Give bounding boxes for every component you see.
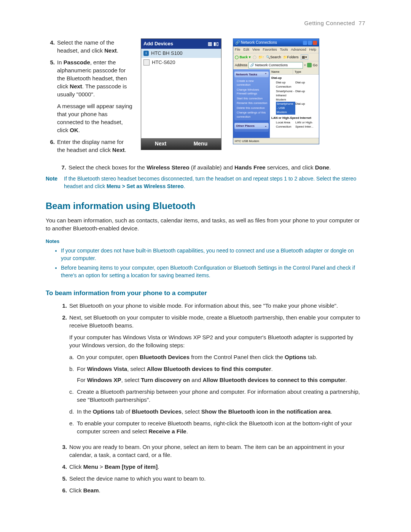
back-button[interactable]: ◯ Back ▾ [235,55,251,60]
step-6: 6. Enter the display name for the headse… [46,138,133,154]
notes-label: Notes [46,238,365,245]
minimize-button[interactable] [303,41,307,45]
device-item[interactable]: HTC-S620 [141,58,221,67]
substep-a: a.On your computer, open Bluetooth Devic… [69,353,365,361]
sidebar-delete-connection[interactable]: Delete this connection [234,106,269,111]
menu-favorites[interactable]: Favorites [263,47,277,52]
device-name: HTC BH S100 [151,50,182,57]
step-number: 6. [46,138,55,154]
note-item: If your computer does not have built-in … [61,247,365,262]
close-button[interactable] [313,41,317,45]
address-label: Address [235,63,247,68]
beam-step-3: 3. Now you are ready to beam. On your ph… [57,443,365,459]
battery-icon: ▥ [208,41,212,47]
step-5: 5. In Passcode, enter the alphanumeric p… [46,58,133,134]
page-header: Getting Connected 77 [46,19,365,27]
subsection-heading: To beam information from your phone to a… [46,289,365,298]
step-4: 4. Select the name of the headset, and c… [46,38,133,54]
xp-window-title: 🔗 Network Connections [235,40,277,45]
group-dialup: Dial-up [270,75,319,80]
sidebar-start-connection[interactable]: Start this connection [234,96,269,101]
menu-file[interactable]: File [235,47,241,52]
beam-step-5: 5. Select the device name to which you w… [57,474,365,482]
sidebar-create-connection[interactable]: Create a new connection [234,79,269,88]
page-number: 77 [358,20,365,26]
go-button[interactable] [307,63,312,67]
column-type[interactable]: Type [293,69,319,74]
menu-edit[interactable]: Edit [244,47,250,52]
step-number: 5. [46,58,55,134]
section-intro: You can beam information, such as contac… [46,216,365,232]
address-field[interactable]: 🔗 Network Connections [249,62,303,69]
beam-step-4: 4. Click Menu > Beam [type of item]. [57,463,365,471]
softkey-next[interactable]: Next [155,140,166,148]
sidebar-rename-connection[interactable]: Rename this connection [234,101,269,106]
step-number: 4. [46,38,55,54]
group-lan: LAN or High-Speed Internet [270,115,319,120]
xp-menubar: File Edit View Favorites Tools Advanced … [233,46,319,53]
maximize-button[interactable] [308,41,312,45]
go-label: Go [313,63,317,68]
phone-status-icons: ▥ ▮▯ [208,41,219,47]
beam-step-6: 6. Click Beam. [57,486,365,494]
device-name: HTC-S620 [152,59,175,66]
connection-row-selected[interactable]: Smartphone - USB ModemDial-up [270,102,319,115]
notes-list: If your computer does not have built-in … [61,247,365,279]
beam-step-2: 2. Next, set Bluetooth on your computer … [57,313,365,439]
connection-row[interactable]: Dial-up ConnectionDial-up [270,80,319,89]
step-number: 7. [57,163,66,171]
menu-help[interactable]: Help [309,47,316,52]
xp-screenshot: 🔗 Network Connections File Edit View Fav… [233,38,319,144]
section-heading: Beam information using Bluetooth [46,200,365,212]
forward-button[interactable]: ◯ [253,55,256,60]
phone-screenshot: Add Devices ▥ ▮▯ ᚼ HTC BH S100 HTC-S620 [141,38,221,150]
sidebar-firewall[interactable]: Change Windows Firewall settings [234,88,269,96]
note-item: Before beaming items to your computer, o… [61,264,365,279]
device-icon [143,59,150,66]
softkey-menu[interactable]: Menu [194,140,208,148]
note-label: Note [46,175,64,190]
substep-c: c.Create a Bluetooth partnership between… [69,388,365,404]
sidebar-header-other-places[interactable]: Other Places⌄ [234,123,269,129]
folders-button[interactable]: 📁Folders [283,55,299,60]
xp-statusbar: HTC USB Modem [233,138,319,144]
views-button[interactable]: ▦▾ [301,54,308,60]
search-button[interactable]: 🔍Search [266,55,281,60]
column-name[interactable]: Name [270,69,293,74]
connection-row[interactable]: Local Area ConnectionLAN or High-Speed I… [270,120,319,129]
phone-window-title: Add Devices [143,40,173,47]
substep-e: e.To enable your computer to receive Blu… [69,419,365,435]
section-name: Getting Connected [304,20,355,26]
substep-d: d.In the Options tab of Bluetooth Device… [69,407,365,415]
connection-row[interactable]: Smartphone - Infrared ModemDial-up [270,89,319,102]
note-block: Note If the Bluetooth stereo headset bec… [46,175,365,190]
substep-b: b. For Windows Vista, select Allow Bluet… [69,365,365,384]
xp-toolbar: ◯ Back ▾ ◯ 📁↑ 🔍Search 📁Folders ▦▾ [233,53,319,61]
menu-tools[interactable]: Tools [280,47,288,52]
sidebar-change-settings[interactable]: Change settings of this connection [234,110,269,119]
beam-step-1: 1. Set Bluetooth on your phone to visibl… [57,302,365,310]
xp-sidebar: Network Tasks⌃ Create a new connection C… [233,69,270,138]
up-button[interactable]: 📁↑ [258,55,264,60]
device-item-selected[interactable]: ᚼ HTC BH S100 [141,49,221,58]
menu-view[interactable]: View [252,47,260,52]
signal-icon: ▮▯ [213,41,219,47]
bluetooth-icon: ᚼ [143,51,149,56]
step-7: 7. Select the check boxes for the Wirele… [57,163,365,171]
sidebar-header-network-tasks[interactable]: Network Tasks⌃ [234,72,269,77]
menu-advanced[interactable]: Advanced [291,47,306,52]
